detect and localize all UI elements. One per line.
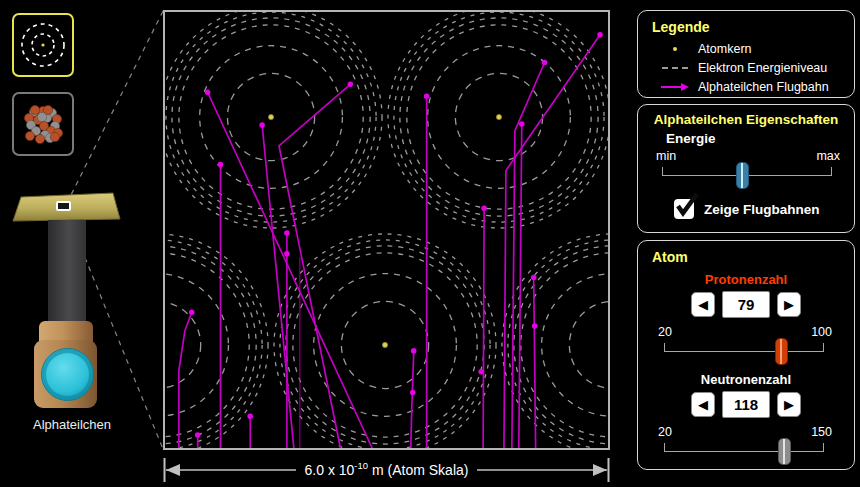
atom-nucleus-dot (382, 342, 387, 347)
gun-barrel (48, 220, 86, 322)
alpha-particle-trajectory (208, 92, 373, 448)
nucleon (30, 105, 39, 114)
alpha-particle (205, 89, 211, 95)
neutron-count-label: Neutronenzahl (638, 372, 854, 387)
alpha-particle (481, 205, 487, 211)
energy-slider-handle[interactable] (736, 162, 749, 189)
gun-neck (39, 321, 93, 342)
gun-trigger-button[interactable] (41, 348, 94, 401)
show-traces-checkbox[interactable]: Zeige Flugbahnen (674, 199, 820, 219)
proton-slider-track[interactable] (664, 351, 824, 352)
energy-max-label: max (816, 149, 840, 163)
gun-label: Alphateilchen (8, 417, 136, 432)
neutron-spinner: ◀ 118 ▶ (638, 391, 854, 418)
neutron-slider[interactable]: 20 150 (664, 433, 824, 467)
alpha-particle-trajectory (534, 278, 536, 448)
zoom-line-top (67, 11, 163, 203)
neutron-slider-track[interactable] (664, 451, 824, 452)
alpha-particle (247, 414, 253, 420)
alpha-particle (195, 432, 201, 438)
neutron-slider-handle[interactable] (778, 438, 791, 465)
alpha-particle (189, 309, 195, 315)
alpha-particle (532, 323, 538, 329)
nucleon (35, 134, 44, 143)
electron-energy-level (569, 301, 608, 388)
mode-thumbnail-nucleus[interactable] (12, 92, 74, 156)
mode-thumbnail-atom-shells[interactable] (12, 13, 74, 77)
simulation-canvas (165, 12, 608, 448)
show-traces-label: Zeige Flugbahnen (704, 202, 820, 217)
electron-energy-level (388, 12, 608, 228)
atom-nucleus-dot (268, 114, 273, 119)
checkbox-box[interactable] (674, 199, 694, 219)
neutron-min-label: 20 (658, 425, 672, 439)
neutron-decrement-button[interactable]: ◀ (691, 392, 715, 417)
neutron-value: 118 (722, 391, 770, 418)
proton-slider-handle[interactable] (775, 338, 788, 365)
alpha-particle (424, 93, 430, 99)
alpha-particle (411, 348, 417, 354)
alpha-particle (597, 32, 603, 38)
nucleon (25, 131, 34, 140)
alpha-particle (259, 122, 265, 128)
alpha-properties-title: Alphateilchen Eigenschaften (638, 112, 854, 127)
legend-item-trajectory: Alphateilchen Flugbahn (652, 77, 854, 96)
electron-energy-level (542, 274, 608, 417)
alpha-particle (348, 82, 354, 88)
nucleon (37, 112, 46, 121)
alpha-particle (410, 390, 416, 396)
energy-min-label: min (656, 149, 676, 163)
energy-slider[interactable]: min max (662, 157, 832, 191)
proton-max-label: 100 (811, 325, 832, 339)
atom-nucleus-dot (496, 114, 501, 119)
electron-energy-level (165, 12, 382, 228)
legend-item-energy-level: Elektron Energieniveau (652, 58, 854, 77)
electron-energy-level (165, 274, 228, 417)
dashed-line-icon (662, 67, 688, 69)
proton-min-label: 20 (658, 325, 672, 339)
atom-panel-title: Atom (652, 249, 854, 265)
proton-spinner: ◀ 79 ▶ (638, 291, 854, 318)
alpha-particle-trajectory (179, 312, 192, 448)
gun-aperture (56, 201, 71, 211)
atom-panel: Atom Protonenzahl ◀ 79 ▶ 20 100 Neutrone… (637, 240, 855, 470)
proton-count-label: Protonenzahl (638, 272, 854, 287)
nucleus-dot-icon (673, 47, 677, 51)
legend-title: Legende (652, 19, 854, 35)
energy-label: Energie (666, 131, 716, 146)
proton-slider[interactable]: 20 100 (664, 333, 824, 367)
legend-panel: Legende Atomkern Elektron Energieniveau … (637, 10, 855, 98)
alpha-particle (218, 162, 224, 168)
scale-ruler: 6.0 x 10-10 m (Atom Skala) (163, 455, 610, 485)
electron-energy-level (165, 253, 249, 437)
proton-decrement-button[interactable]: ◀ (691, 292, 715, 317)
alpha-particle (519, 121, 525, 127)
alpha-particle-trajectory (519, 124, 522, 448)
alpha-properties-panel: Alphateilchen Eigenschaften Energie min … (637, 104, 855, 233)
alpha-particle (478, 369, 484, 375)
alpha-particle-trajectory (411, 351, 414, 448)
alpha-particle-trajectory (512, 63, 545, 448)
neutron-increment-button[interactable]: ▶ (777, 392, 801, 417)
scale-label: 6.0 x 10-10 m (Atom Skala) (296, 460, 478, 478)
nucleon (50, 132, 59, 141)
simulation-viewport (163, 10, 610, 450)
proton-increment-button[interactable]: ▶ (777, 292, 801, 317)
proton-value: 79 (722, 291, 770, 318)
checkmark-icon (673, 190, 701, 220)
neutron-max-label: 150 (811, 425, 832, 439)
atom-shells-icon (14, 15, 72, 75)
nucleus-ball-icon (14, 94, 72, 154)
alpha-particle-trajectory (262, 125, 294, 448)
magenta-arrow-icon (660, 82, 690, 92)
alpha-particle (284, 230, 290, 236)
alpha-particle-trajectory (483, 208, 484, 448)
alpha-particle-trajectory (504, 35, 600, 448)
alpha-particle (284, 251, 290, 257)
alpha-particle (542, 60, 548, 66)
legend-item-nucleus: Atomkern (652, 39, 854, 58)
alpha-particle (531, 275, 537, 281)
